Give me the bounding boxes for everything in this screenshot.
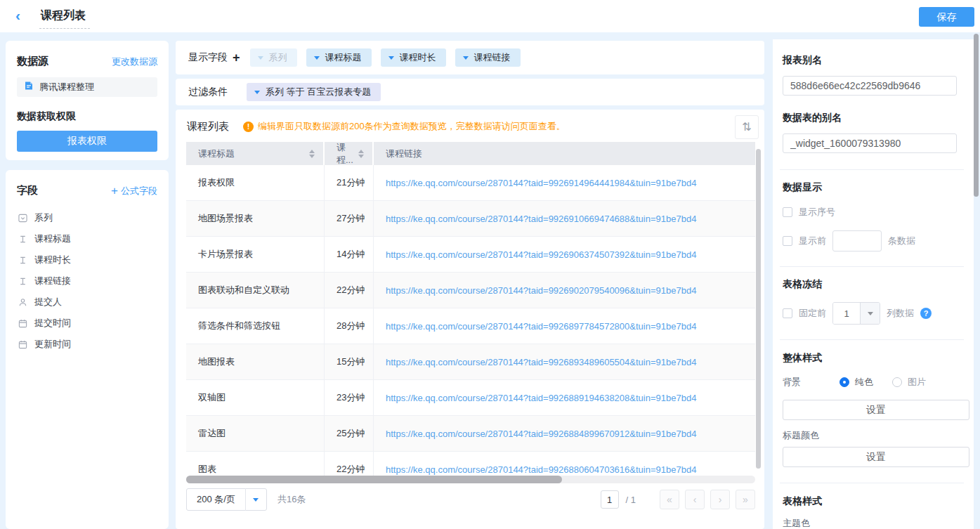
calendar-icon: [18, 319, 27, 328]
field-item[interactable]: 课程标题: [17, 228, 157, 249]
field-item-label: 课程标题: [34, 233, 71, 245]
freeze-suffix: 列数据: [887, 307, 914, 320]
help-icon[interactable]: ?: [920, 308, 932, 319]
sort-settings-button[interactable]: ⇅: [735, 115, 759, 139]
freeze-title: 表格冻结: [783, 278, 961, 291]
field-item[interactable]: 提交人: [17, 292, 157, 313]
course-duration-cell: 28分钟: [325, 308, 374, 344]
add-formula-field-button[interactable]: + 公式字段: [111, 185, 157, 197]
title-color-label: 标题颜色: [783, 429, 961, 442]
course-duration-cell: 14分钟: [325, 237, 374, 272]
field-item[interactable]: 课程链接: [17, 270, 157, 292]
course-link[interactable]: https://ke.qq.com/course/2870144?taid=99…: [386, 214, 696, 224]
column-header-label: 课程链接: [386, 148, 422, 160]
column-header: 课程链接: [374, 142, 755, 165]
save-button[interactable]: 保存: [919, 7, 974, 27]
display-field-chip[interactable]: 课程时长: [381, 48, 446, 67]
freeze-columns-checkbox[interactable]: [783, 308, 792, 318]
divider: [780, 169, 964, 170]
display-field-chip[interactable]: 系列: [250, 48, 297, 67]
prev-page-button[interactable]: ‹: [685, 490, 705, 509]
text-icon: [18, 256, 27, 265]
filter-condition-chip[interactable]: 系列 等于 百宝云报表专题: [247, 83, 381, 101]
field-item[interactable]: 课程时长: [17, 249, 157, 270]
field-item[interactable]: 系列: [17, 207, 157, 228]
next-page-button[interactable]: ›: [710, 490, 730, 509]
course-link[interactable]: https://ke.qq.com/course/2870144?taid=99…: [386, 178, 696, 188]
image-radio[interactable]: [892, 377, 902, 387]
datasource-title: 数据源: [17, 55, 48, 68]
show-first-count-input[interactable]: [832, 230, 882, 252]
table-row: 报表权限21分钟https://ke.qq.com/course/2870144…: [186, 165, 755, 201]
show-index-label: 显示序号: [799, 206, 835, 218]
field-list: 系列课程标题课程时长课程链接提交人提交时间更新时间: [17, 207, 157, 355]
sort-arrows-icon[interactable]: [358, 150, 364, 158]
column-header: 课程...: [325, 142, 374, 165]
title-color-set-button[interactable]: 设置: [783, 447, 969, 467]
display-field-chip[interactable]: 课程链接: [455, 48, 521, 67]
field-item[interactable]: 更新时间: [17, 334, 157, 355]
table-vertical-scrollbar[interactable]: [756, 149, 761, 469]
background-set-button[interactable]: 设置: [783, 400, 969, 420]
back-icon[interactable]: ‹: [15, 7, 20, 24]
chevron-down-icon: [860, 303, 880, 324]
permission-title: 数据获取权限: [17, 110, 157, 123]
first-page-button[interactable]: «: [660, 490, 679, 509]
sort-arrows-icon[interactable]: [309, 150, 315, 158]
last-page-button[interactable]: »: [736, 490, 755, 509]
show-index-checkbox[interactable]: [783, 207, 792, 217]
course-link[interactable]: https://ke.qq.com/course/2870144?taid=99…: [386, 429, 696, 439]
report-alias-input[interactable]: [783, 76, 957, 96]
change-datasource-link[interactable]: 更改数据源: [112, 55, 157, 68]
show-first-checkbox[interactable]: [783, 236, 792, 246]
course-link-cell: https://ke.qq.com/course/2870144?taid=99…: [374, 273, 755, 308]
add-display-field-button[interactable]: +: [233, 52, 240, 63]
pagination-bar: 200 条/页 共16条 / 1 «‹›»: [186, 488, 755, 511]
datasource-item[interactable]: 腾讯课程整理: [17, 77, 157, 97]
course-link[interactable]: https://ke.qq.com/course/2870144?taid=99…: [386, 249, 696, 260]
course-link[interactable]: https://ke.qq.com/course/2870144?taid=99…: [386, 393, 696, 403]
column-header: 课程标题: [186, 142, 325, 165]
table-horizontal-scrollbar-track: [186, 476, 755, 483]
table-row: 筛选条件和筛选按钮28分钟https://ke.qq.com/course/28…: [186, 308, 755, 344]
course-link[interactable]: https://ke.qq.com/course/2870144?taid=99…: [386, 357, 696, 367]
course-duration-cell: 22分钟: [325, 273, 374, 308]
display-field-chip[interactable]: 课程标题: [306, 48, 372, 67]
table-alias-input[interactable]: [783, 133, 957, 153]
plus-icon: +: [111, 186, 118, 196]
report-alias-label: 报表别名: [783, 54, 961, 67]
course-link[interactable]: https://ke.qq.com/course/2870144?taid=99…: [386, 464, 696, 475]
course-title-cell: 图表: [186, 452, 325, 478]
table-horizontal-scrollbar[interactable]: [186, 476, 562, 483]
data-display-title: 数据显示: [783, 181, 961, 194]
preview-warning: ! 编辑界面只取数据源前200条作为查询数据预览，完整数据请访问页面查看。: [243, 120, 566, 133]
window-vertical-scrollbar[interactable]: [974, 34, 979, 197]
course-link-cell: https://ke.qq.com/course/2870144?taid=99…: [374, 452, 755, 478]
document-icon: [24, 81, 34, 93]
data-table: 课程标题课程...课程链接 报表权限21分钟https://ke.qq.com/…: [186, 142, 755, 478]
freeze-count-select[interactable]: 1: [832, 302, 880, 325]
field-item-label: 提交时间: [34, 317, 71, 329]
divider: [780, 483, 964, 483]
page-size-select[interactable]: 200 条/页: [186, 488, 267, 511]
table-row: 双轴图23分钟https://ke.qq.com/course/2870144?…: [186, 380, 755, 416]
current-page-input[interactable]: [601, 490, 619, 509]
course-link[interactable]: https://ke.qq.com/course/2870144?taid=99…: [386, 321, 696, 332]
course-duration-cell: 15分钟: [325, 344, 374, 379]
datasource-name: 腾讯课程整理: [39, 81, 94, 93]
course-title-cell: 雷达图: [186, 416, 325, 451]
table-row: 地图报表15分钟https://ke.qq.com/course/2870144…: [186, 344, 755, 380]
page-nav-buttons: «‹›»: [660, 490, 755, 509]
field-item[interactable]: 提交时间: [17, 313, 157, 334]
show-first-label: 显示前: [799, 235, 826, 247]
solid-color-radio[interactable]: [839, 377, 849, 387]
top-bar: ‹ 课程列表 保存: [0, 0, 980, 32]
course-title-cell: 筛选条件和筛选按钮: [186, 308, 325, 344]
table-row: 雷达图25分钟https://ke.qq.com/course/2870144?…: [186, 416, 755, 452]
fields-title: 字段: [17, 184, 38, 197]
course-link-cell: https://ke.qq.com/course/2870144?taid=99…: [374, 416, 755, 451]
report-permission-button[interactable]: 报表权限: [17, 131, 157, 152]
course-link[interactable]: https://ke.qq.com/course/2870144?taid=99…: [386, 285, 696, 296]
table-body: 报表权限21分钟https://ke.qq.com/course/2870144…: [186, 165, 755, 478]
chip-label: 课程时长: [400, 51, 436, 64]
